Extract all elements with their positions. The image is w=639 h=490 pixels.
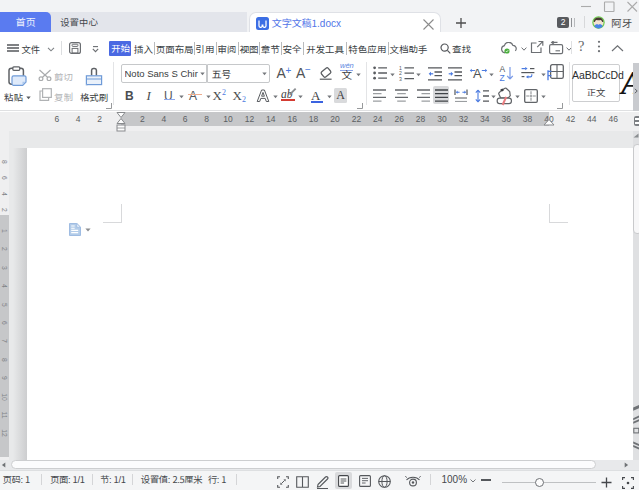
- svg-text:Z: Z: [500, 72, 505, 81]
- svg-text:3: 3: [399, 76, 402, 81]
